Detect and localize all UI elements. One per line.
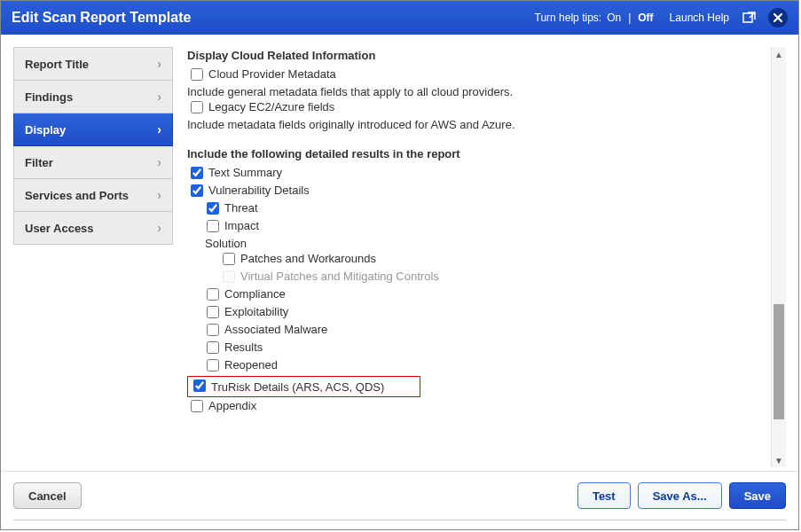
- sidebar-item-label: User Access: [25, 222, 94, 235]
- row-solution-label: Solution: [203, 237, 768, 250]
- chevron-right-icon: ›: [157, 188, 161, 202]
- chevron-right-icon: ›: [157, 90, 161, 104]
- checkbox-compliance[interactable]: [207, 288, 219, 301]
- dialog-body: Report Title › Findings › Display › Filt…: [1, 35, 798, 467]
- save-as-button[interactable]: Save As...: [638, 482, 722, 509]
- checkbox-appendix[interactable]: [191, 400, 203, 412]
- dialog-footer: Cancel Test Save As... Save: [1, 471, 798, 520]
- row-trurisk: TruRisk Details (ARS, ACS, QDS): [187, 376, 768, 397]
- desc-cloud-provider-metadata: Include general metadata fields that app…: [187, 85, 768, 98]
- label-virtual-patches: Virtual Patches and Mitigating Controls: [240, 270, 439, 283]
- help-tips-on[interactable]: On: [607, 12, 621, 24]
- launch-help-link[interactable]: Launch Help: [670, 12, 729, 24]
- row-impact: Impact: [203, 219, 768, 235]
- edit-scan-report-template-dialog: Edit Scan Report Template Turn help tips…: [0, 0, 799, 530]
- label-solution: Solution: [205, 237, 247, 250]
- footer-separator: [13, 520, 786, 520]
- label-text-summary: Text Summary: [208, 166, 282, 179]
- checkbox-trurisk[interactable]: [193, 379, 206, 392]
- row-exploitability: Exploitability: [203, 305, 768, 321]
- label-legacy-ec2: Legacy EC2/Azure fields: [208, 100, 334, 113]
- row-text-summary: Text Summary: [187, 166, 768, 182]
- sidebar-item-filter[interactable]: Filter ›: [13, 146, 173, 179]
- detailed-section-title: Include the following detailed results i…: [187, 147, 768, 160]
- label-exploitability: Exploitability: [224, 305, 288, 318]
- row-virtual-patches: Virtual Patches and Mitigating Controls: [219, 270, 768, 286]
- checkbox-vuln-details[interactable]: [191, 184, 203, 197]
- chevron-right-icon: ›: [157, 57, 161, 71]
- scroll-thumb[interactable]: [774, 304, 784, 419]
- label-compliance: Compliance: [224, 287, 286, 301]
- save-button[interactable]: Save: [729, 482, 786, 509]
- checkbox-legacy-ec2[interactable]: [191, 101, 203, 113]
- checkbox-exploitability[interactable]: [207, 306, 219, 318]
- sidebar-nav: Report Title › Findings › Display › Filt…: [13, 47, 173, 467]
- dialog-title: Edit Scan Report Template: [12, 10, 191, 26]
- label-reopened: Reopened: [224, 358, 278, 372]
- sidebar-item-label: Display: [25, 123, 66, 137]
- popout-icon[interactable]: [742, 10, 758, 26]
- sidebar-item-services-and-ports[interactable]: Services and Ports ›: [13, 179, 173, 212]
- sidebar-item-label: Report Title: [25, 58, 89, 71]
- sidebar-item-label: Services and Ports: [25, 189, 129, 202]
- row-associated-malware: Associated Malware: [203, 323, 768, 339]
- checkbox-text-summary[interactable]: [191, 167, 203, 179]
- help-tips-off[interactable]: Off: [638, 12, 653, 24]
- scroll-down-arrow-icon[interactable]: ▼: [772, 453, 786, 467]
- trurisk-highlight: TruRisk Details (ARS, ACS, QDS): [187, 376, 420, 397]
- header-right-controls: Turn help tips: On | Off Launch Help: [535, 8, 788, 27]
- sidebar-item-label: Findings: [25, 90, 73, 104]
- chevron-right-icon: ›: [157, 221, 161, 235]
- label-results: Results: [224, 340, 263, 354]
- checkbox-impact[interactable]: [207, 220, 219, 232]
- scrollbar-vertical[interactable]: ▲ ▼: [771, 47, 786, 467]
- row-legacy-ec2: Legacy EC2/Azure fields: [187, 100, 768, 116]
- dialog-header: Edit Scan Report Template Turn help tips…: [1, 1, 798, 35]
- label-vuln-details: Vulnerability Details: [208, 184, 310, 197]
- checkbox-virtual-patches: [223, 270, 235, 283]
- close-icon: [773, 12, 783, 23]
- sidebar-item-user-access[interactable]: User Access ›: [13, 212, 173, 245]
- help-tips-label: Turn help tips:: [535, 12, 602, 24]
- label-associated-malware: Associated Malware: [224, 323, 327, 336]
- checkbox-reopened[interactable]: [207, 359, 219, 372]
- row-results: Results: [203, 340, 768, 356]
- cloud-section-title: Display Cloud Related Information: [187, 49, 768, 62]
- scroll-up-arrow-icon[interactable]: ▲: [772, 47, 786, 61]
- row-vuln-details: Vulnerability Details: [187, 184, 768, 200]
- sidebar-item-findings[interactable]: Findings ›: [13, 81, 173, 113]
- label-trurisk: TruRisk Details (ARS, ACS, QDS): [211, 380, 384, 394]
- sidebar-item-report-title[interactable]: Report Title ›: [13, 47, 173, 81]
- label-appendix: Appendix: [208, 399, 256, 412]
- checkbox-patches[interactable]: [223, 253, 235, 265]
- label-patches: Patches and Workarounds: [240, 252, 376, 265]
- test-button[interactable]: Test: [577, 482, 631, 509]
- row-threat: Threat: [203, 201, 768, 217]
- chevron-right-icon: ›: [157, 122, 161, 137]
- chevron-right-icon: ›: [157, 155, 161, 169]
- label-impact: Impact: [224, 219, 259, 232]
- main-scroll-region: Display Cloud Related Information Cloud …: [187, 47, 772, 467]
- main-content: Display Cloud Related Information Cloud …: [187, 47, 786, 467]
- label-threat: Threat: [224, 201, 258, 215]
- row-reopened: Reopened: [203, 358, 768, 374]
- help-tips-separator: |: [628, 12, 631, 24]
- row-compliance: Compliance: [203, 287, 768, 303]
- close-button[interactable]: [768, 8, 788, 27]
- label-cloud-provider-metadata: Cloud Provider Metadata: [208, 67, 336, 81]
- checkbox-results[interactable]: [207, 341, 219, 354]
- cancel-button[interactable]: Cancel: [13, 482, 82, 509]
- sidebar-item-label: Filter: [25, 156, 53, 169]
- row-patches: Patches and Workarounds: [219, 252, 768, 268]
- checkbox-cloud-provider-metadata[interactable]: [191, 68, 203, 81]
- desc-legacy-ec2: Include metadata fields originally intro…: [187, 118, 768, 131]
- row-appendix: Appendix: [187, 399, 768, 415]
- svg-rect-0: [743, 13, 752, 22]
- checkbox-associated-malware[interactable]: [207, 324, 219, 336]
- sidebar-item-display[interactable]: Display ›: [13, 113, 173, 146]
- row-cloud-provider-metadata: Cloud Provider Metadata: [187, 67, 768, 83]
- checkbox-threat[interactable]: [207, 202, 219, 215]
